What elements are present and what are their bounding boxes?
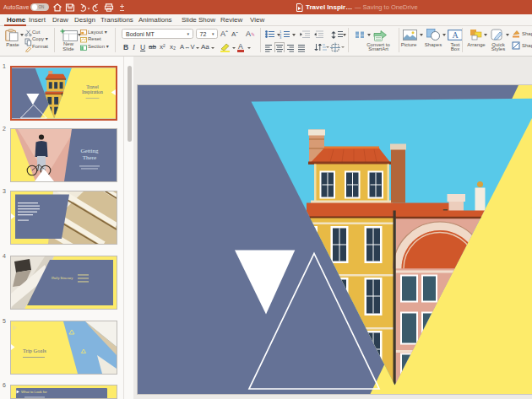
svg-text:Daily Itinerary: Daily Itinerary <box>52 276 73 280</box>
svg-text:There: There <box>83 154 96 161</box>
svg-text:Trip Goals: Trip Goals <box>23 348 46 353</box>
svg-text:A: A <box>452 30 459 40</box>
svg-text:Inspiration: Inspiration <box>82 89 103 94</box>
svg-text:Travel: Travel <box>86 84 99 89</box>
svg-text:What to Look for: What to Look for <box>21 390 47 394</box>
svg-text:Getting: Getting <box>81 148 99 154</box>
